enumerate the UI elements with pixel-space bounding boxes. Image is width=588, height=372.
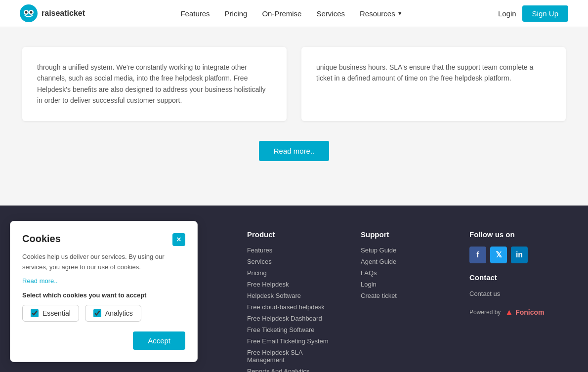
fonicom-name: Fonicom — [515, 308, 544, 316]
cookie-essential-option[interactable]: Essential — [22, 305, 79, 322]
cookie-essential-label[interactable]: Essential — [42, 309, 71, 317]
footer-email-ticketing-link[interactable]: Free Email Ticketing System — [247, 337, 331, 345]
logo-icon — [20, 4, 38, 22]
footer-helpdesk-software-link[interactable]: Helpdesk Software — [247, 292, 331, 299]
footer-support-col: Support Setup Guide Agent Guide FAQs Log… — [361, 230, 440, 372]
facebook-icon[interactable]: f — [469, 247, 486, 263]
svg-point-3 — [25, 11, 28, 14]
nav-links: Features Pricing On-Premise Services Res… — [180, 9, 402, 18]
footer-pricing-link[interactable]: Pricing — [247, 269, 331, 277]
card-left-text: through a unified system. We're constant… — [37, 62, 272, 106]
footer-services-link[interactable]: Services — [247, 258, 331, 265]
powered-by: Powered by ▲ Fonicom — [469, 307, 558, 318]
footer-product-col: Product Features Services Pricing Free H… — [247, 230, 331, 372]
cookie-select-label: Select which cookies you want to accept — [22, 291, 185, 299]
card-right-text: unique business hours. SLA's ensure that… — [316, 62, 551, 84]
svg-point-4 — [30, 11, 33, 14]
cookie-analytics-option[interactable]: Analytics — [85, 305, 141, 322]
svg-point-0 — [20, 4, 38, 22]
resources-chevron-icon: ▼ — [397, 10, 403, 16]
footer-support-title: Support — [361, 230, 440, 239]
cards-row: through a unified system. We're constant… — [22, 47, 566, 121]
nav-services[interactable]: Services — [316, 9, 345, 18]
footer-product-title: Product — [247, 230, 331, 239]
footer-sla-link[interactable]: Free Helpdesk SLA Management — [247, 349, 331, 364]
footer-login-link[interactable]: Login — [361, 281, 440, 288]
cookie-header: Cookies × — [22, 233, 185, 246]
fonicom-logo: ▲ Fonicom — [504, 307, 544, 318]
cookie-accept-button[interactable]: Accept — [133, 331, 185, 350]
social-icons: f 𝕏 in — [469, 247, 558, 263]
cookie-read-more-link[interactable]: Read more.. — [22, 277, 58, 285]
logo-text: raiseaticket — [42, 9, 85, 18]
nav-auth: Login Sign Up — [498, 5, 568, 22]
cookie-description: Cookies help us deliver our services. By… — [22, 252, 185, 273]
card-right: unique business hours. SLA's ensure that… — [301, 47, 566, 121]
powered-by-label: Powered by — [469, 309, 501, 316]
read-more-section: Read more.. — [20, 121, 568, 186]
nav-onpremise[interactable]: On-Premise — [262, 9, 301, 18]
footer-analytics-link[interactable]: Reports And Analytics — [247, 368, 331, 372]
footer-faqs-link[interactable]: FAQs — [361, 269, 440, 277]
footer-follow-title: Follow us on — [469, 230, 558, 239]
card-left: through a unified system. We're constant… — [22, 47, 287, 121]
navbar: raiseaticket Features Pricing On-Premise… — [0, 0, 588, 27]
footer-contact-us-link[interactable]: Contact us — [469, 290, 500, 297]
cookie-essential-checkbox[interactable] — [31, 309, 39, 317]
footer-create-ticket-link[interactable]: Create ticket — [361, 292, 440, 299]
footer-features-link[interactable]: Features — [247, 247, 331, 254]
footer-ticketing-software-link[interactable]: Free Ticketing Software — [247, 326, 331, 333]
footer-contact-title: Contact — [469, 273, 558, 282]
footer-setup-guide-link[interactable]: Setup Guide — [361, 247, 440, 254]
linkedin-icon[interactable]: in — [511, 247, 528, 263]
fonicom-icon: ▲ — [504, 307, 513, 318]
nav-pricing[interactable]: Pricing — [225, 9, 248, 18]
cookie-analytics-checkbox[interactable] — [93, 309, 101, 317]
cookie-options: Essential Analytics — [22, 305, 185, 322]
nav-features[interactable]: Features — [180, 9, 210, 18]
nav-resources[interactable]: Resources ▼ — [360, 9, 403, 18]
cookie-close-button[interactable]: × — [172, 233, 185, 246]
footer-cloud-helpdesk-link[interactable]: Free cloud-based helpdesk — [247, 303, 331, 311]
footer-helpdesk-dashboard-link[interactable]: Free Helpdesk Dashboard — [247, 315, 331, 322]
footer-social: Follow us on f 𝕏 in — [469, 230, 558, 263]
twitter-icon[interactable]: 𝕏 — [490, 247, 507, 263]
logo-link[interactable]: raiseaticket — [20, 4, 85, 22]
cookie-analytics-label[interactable]: Analytics — [105, 309, 133, 317]
main-content: through a unified system. We're constant… — [0, 27, 588, 206]
footer-social-contact-col: Follow us on f 𝕏 in Contact Contact us P… — [469, 230, 558, 372]
footer-agent-guide-link[interactable]: Agent Guide — [361, 258, 440, 265]
login-button[interactable]: Login — [498, 9, 516, 18]
cookie-title: Cookies — [22, 233, 61, 245]
read-more-button[interactable]: Read more.. — [259, 141, 330, 161]
footer-contact: Contact Contact us Powered by ▲ Fonicom — [469, 273, 558, 318]
footer-free-helpdesk-link[interactable]: Free Helpdesk — [247, 281, 331, 288]
signup-button[interactable]: Sign Up — [522, 5, 568, 22]
cookie-popup: Cookies × Cookies help us deliver our se… — [10, 221, 198, 362]
